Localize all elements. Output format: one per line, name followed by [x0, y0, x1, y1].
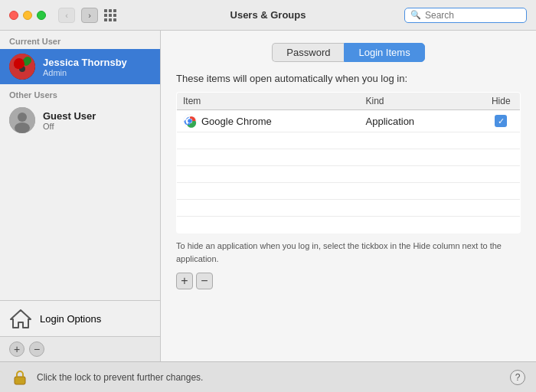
tab-password[interactable]: Password — [272, 43, 344, 62]
empty-row — [177, 132, 521, 149]
empty-row — [177, 166, 521, 183]
search-input[interactable] — [425, 10, 517, 21]
hide-cell[interactable]: ✓ — [482, 110, 521, 132]
current-user-item[interactable]: Jessica Thornsby Admin — [0, 49, 160, 84]
empty-row — [177, 183, 521, 200]
help-button[interactable]: ? — [510, 370, 525, 385]
svg-point-2 — [22, 58, 30, 66]
grid-view-button[interactable] — [104, 9, 116, 21]
titlebar: ‹ › Users & Groups 🔍 — [0, 0, 536, 31]
item-cell: Google Chrome — [177, 110, 360, 132]
hide-checkbox[interactable]: ✓ — [495, 115, 507, 127]
col-header-item: Item — [177, 93, 360, 110]
current-user-label: Current User — [0, 31, 160, 49]
bottom-bar: Click the lock to prevent further change… — [0, 361, 536, 392]
search-icon: 🔍 — [410, 10, 421, 20]
search-box[interactable]: 🔍 — [404, 8, 527, 23]
guest-user-avatar — [9, 107, 35, 133]
guest-user-item[interactable]: Guest User Off — [0, 103, 160, 138]
tabs-row: Password Login Items — [176, 43, 521, 62]
sidebar: Current User Jessica Thornsby Admin Othe… — [0, 31, 161, 361]
svg-point-5 — [18, 113, 27, 122]
lock-icon[interactable] — [11, 368, 29, 387]
house-icon — [9, 307, 32, 330]
add-user-button[interactable]: + — [9, 341, 25, 357]
close-button[interactable] — [9, 11, 18, 20]
right-panel: Password Login Items These items will op… — [161, 31, 536, 361]
main-layout: Current User Jessica Thornsby Admin Othe… — [0, 31, 536, 361]
current-user-avatar — [9, 54, 35, 80]
traffic-lights — [9, 11, 46, 20]
col-header-kind: Kind — [360, 93, 482, 110]
remove-item-button[interactable]: − — [196, 273, 213, 289]
guest-user-status: Off — [43, 122, 151, 131]
hide-note: To hide an application when you log in, … — [176, 240, 521, 265]
tab-login-items[interactable]: Login Items — [344, 43, 424, 62]
back-button[interactable]: ‹ — [58, 8, 75, 23]
login-options-item[interactable]: Login Options — [0, 300, 160, 336]
svg-marker-7 — [11, 310, 31, 328]
table-actions: + − — [176, 273, 521, 289]
empty-row — [177, 200, 521, 217]
grid-icon — [104, 9, 116, 21]
svg-point-3 — [19, 66, 25, 72]
svg-point-11 — [188, 119, 192, 123]
titlebar-left: ‹ › — [9, 8, 116, 23]
current-user-role: Admin — [43, 68, 151, 77]
minimize-button[interactable] — [23, 11, 32, 20]
svg-point-0 — [9, 54, 35, 80]
chrome-icon — [183, 114, 197, 128]
current-user-name: Jessica Thornsby — [43, 57, 151, 68]
svg-rect-12 — [15, 377, 25, 384]
svg-point-1 — [14, 60, 23, 69]
kind-cell: Application — [360, 110, 482, 132]
lock-text: Click the lock to prevent further change… — [37, 372, 502, 383]
auto-open-text: These items will open automatically when… — [176, 73, 521, 84]
login-items-table: Item Kind Hide — [176, 92, 521, 234]
col-header-hide: Hide — [482, 93, 521, 110]
empty-row — [177, 149, 521, 166]
guest-user-name: Guest User — [43, 110, 151, 122]
maximize-button[interactable] — [37, 11, 46, 20]
add-item-button[interactable]: + — [176, 273, 193, 289]
guest-user-info: Guest User Off — [43, 110, 151, 131]
empty-row — [177, 217, 521, 234]
forward-button[interactable]: › — [81, 8, 98, 23]
login-options-label: Login Options — [40, 313, 101, 325]
other-users-label: Other Users — [0, 84, 160, 103]
svg-point-6 — [15, 122, 30, 133]
table-row: Google Chrome Application ✓ — [177, 110, 521, 132]
sidebar-bottom-bar: + − — [0, 336, 160, 361]
current-user-info: Jessica Thornsby Admin — [43, 57, 151, 77]
window-title: Users & Groups — [230, 9, 306, 21]
remove-user-button[interactable]: − — [29, 341, 44, 357]
item-name: Google Chrome — [201, 116, 272, 127]
